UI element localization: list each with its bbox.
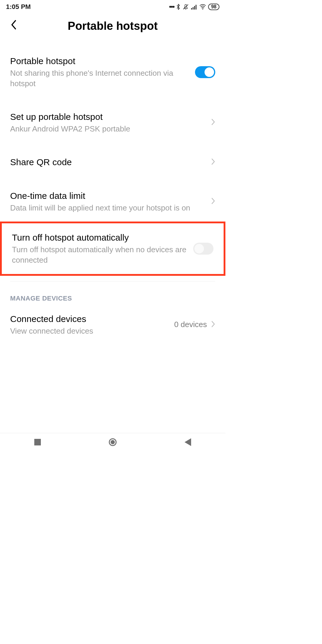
back-button[interactable] bbox=[10, 19, 17, 33]
section-manage-devices: MANAGE DEVICES bbox=[10, 281, 215, 305]
status-bar: 1:05 PM ••• 98 bbox=[0, 0, 225, 13]
chevron-right-icon bbox=[211, 320, 215, 330]
row-title: Turn off hotspot automatically bbox=[12, 232, 189, 243]
highlight-annotation: Turn off hotspot automatically Turn off … bbox=[0, 222, 225, 275]
row-title: Share QR code bbox=[10, 156, 207, 168]
chevron-right-icon bbox=[211, 157, 215, 167]
status-icons: ••• 98 bbox=[169, 3, 219, 11]
bluetooth-icon bbox=[176, 4, 181, 10]
row-title: Portable hotspot bbox=[10, 55, 191, 67]
svg-rect-3 bbox=[194, 6, 195, 10]
row-share-qr[interactable]: Share QR code bbox=[10, 148, 215, 176]
square-icon bbox=[34, 439, 41, 445]
toggle-knob bbox=[194, 244, 204, 253]
row-title: One-time data limit bbox=[10, 190, 207, 202]
signal-icon bbox=[191, 4, 197, 10]
row-subtitle: View connected devices bbox=[10, 326, 170, 336]
more-dots-icon: ••• bbox=[169, 3, 174, 11]
svg-rect-2 bbox=[193, 7, 193, 10]
triangle-icon bbox=[185, 438, 191, 446]
toggle-knob bbox=[205, 67, 214, 77]
row-subtitle: Ankur Android WPA2 PSK portable bbox=[10, 124, 207, 134]
row-subtitle: Data limit will be applied next time you… bbox=[10, 203, 207, 213]
navigation-bar bbox=[0, 433, 225, 451]
svg-rect-4 bbox=[196, 5, 196, 10]
circle-icon bbox=[109, 438, 117, 446]
nav-recents-button[interactable] bbox=[33, 437, 42, 447]
nav-home-button[interactable] bbox=[108, 437, 117, 447]
app-header: Portable hotspot bbox=[0, 13, 225, 41]
auto-off-toggle[interactable] bbox=[193, 243, 213, 255]
row-portable-hotspot[interactable]: Portable hotspot Not sharing this phone'… bbox=[10, 47, 215, 97]
row-auto-off[interactable]: Turn off hotspot automatically Turn off … bbox=[12, 223, 213, 274]
row-subtitle: Turn off hotspot automatically when no d… bbox=[12, 244, 189, 265]
svg-rect-1 bbox=[191, 8, 192, 10]
row-data-limit[interactable]: One-time data limit Data limit will be a… bbox=[10, 182, 215, 222]
connected-count: 0 devices bbox=[174, 320, 207, 329]
chevron-right-icon bbox=[211, 196, 215, 207]
status-time: 1:05 PM bbox=[6, 3, 31, 11]
chevron-right-icon bbox=[211, 117, 215, 128]
mute-vibrate-icon bbox=[182, 4, 189, 10]
wifi-icon bbox=[199, 4, 206, 10]
page-title: Portable hotspot bbox=[8, 20, 217, 32]
row-connected-devices[interactable]: Connected devices View connected devices… bbox=[10, 305, 215, 345]
hotspot-toggle[interactable] bbox=[195, 66, 215, 78]
nav-back-button[interactable] bbox=[183, 437, 193, 447]
row-title: Set up portable hotspot bbox=[10, 111, 207, 123]
row-title: Connected devices bbox=[10, 313, 170, 325]
row-subtitle: Not sharing this phone's Internet connec… bbox=[10, 68, 191, 89]
svg-point-5 bbox=[202, 8, 203, 10]
battery-icon: 98 bbox=[208, 4, 219, 10]
row-setup-hotspot[interactable]: Set up portable hotspot Ankur Android WP… bbox=[10, 103, 215, 143]
